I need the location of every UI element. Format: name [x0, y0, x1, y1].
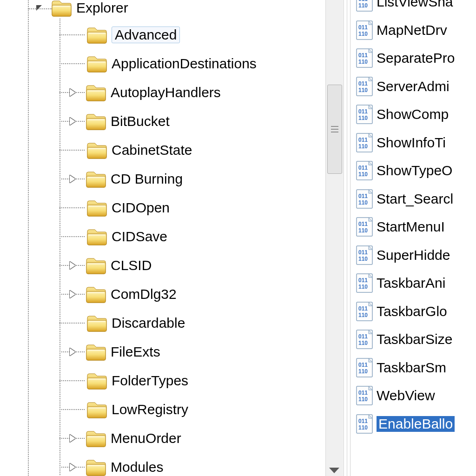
tree-node[interactable]: ComDlg32 [70, 283, 177, 306]
dword-icon [355, 217, 374, 237]
registry-value-row[interactable]: EnableBallo [355, 412, 455, 436]
registry-value-row[interactable]: TaskbarSm [355, 356, 446, 380]
registry-value-row[interactable]: TaskbarSize [355, 327, 452, 351]
registry-value-name: StartMenuI [377, 219, 445, 235]
tree-node-explorer[interactable]: Explorer [36, 0, 128, 20]
registry-value-row[interactable]: TaskbarAni [355, 271, 445, 295]
expander-closed-icon[interactable] [70, 175, 75, 183]
folder-icon [86, 314, 107, 332]
expander-closed-icon[interactable] [70, 291, 75, 298]
dword-icon [355, 48, 374, 68]
tree-node[interactable]: LowRegistry [70, 398, 188, 421]
dword-icon [355, 189, 374, 209]
registry-value-name: TaskbarSize [377, 331, 452, 347]
folder-icon [86, 141, 107, 159]
tree-node-label: Discardable [112, 315, 185, 331]
tree-node[interactable]: FolderTypes [70, 369, 188, 392]
dword-icon [355, 357, 374, 378]
tree-node[interactable]: CabinetState [70, 139, 192, 162]
tree-node-label: ComDlg32 [111, 286, 177, 302]
dword-icon [355, 329, 374, 350]
tree-node-label: CIDSave [112, 229, 167, 245]
registry-value-row[interactable]: ServerAdmi [355, 74, 450, 99]
folder-icon [51, 0, 72, 17]
registry-value-row[interactable]: MapNetDrv [355, 18, 447, 42]
tree-node[interactable]: CLSID [70, 254, 152, 277]
registry-value-row[interactable]: ShowComp [355, 102, 449, 126]
tree-node-label: CIDOpen [112, 200, 170, 216]
tree-node-label: Modules [111, 459, 163, 475]
tree-node[interactable]: Discardable [70, 311, 185, 335]
expander-closed-icon[interactable] [70, 348, 75, 356]
registry-value-name: TaskbarGlo [377, 304, 447, 319]
pane-divider[interactable] [347, 0, 350, 476]
registry-value-name: ShowComp [377, 106, 449, 122]
expander-closed-icon[interactable] [70, 89, 75, 96]
tree-node[interactable]: MenuOrder [70, 427, 181, 450]
folder-icon [86, 228, 107, 245]
tree-node-label: AutoplayHandlers [111, 85, 221, 100]
tree-scrollbar[interactable] [325, 0, 344, 476]
scrollbar-thumb[interactable] [327, 85, 342, 174]
folder-icon [86, 401, 107, 418]
tree-node-label: Advanced [112, 26, 180, 43]
expander-closed-icon[interactable] [70, 262, 75, 269]
tree-node-label: CLSID [111, 258, 152, 273]
folder-icon [86, 430, 106, 447]
registry-value-name: SuperHidde [377, 247, 450, 263]
folder-icon [86, 285, 106, 303]
dword-icon [355, 104, 374, 125]
tree-node-label: FileExts [111, 344, 160, 360]
folder-icon [86, 372, 107, 390]
tree-node[interactable]: ApplicationDestinations [70, 52, 257, 75]
expander-closed-icon[interactable] [70, 118, 75, 125]
tree-node-label: ApplicationDestinations [112, 56, 257, 72]
registry-value-row[interactable]: WebView [355, 383, 435, 408]
registry-value-row[interactable]: ShowTypeO [355, 159, 452, 183]
tree-node-label: BitBucket [111, 113, 170, 129]
dword-icon [355, 0, 374, 12]
registry-value-row[interactable]: SeparatePro [355, 46, 455, 70]
registry-value-name: ShowInfoTi [377, 135, 446, 151]
tree-node[interactable]: Advanced [70, 23, 180, 46]
registry-value-name: TaskbarAni [377, 275, 445, 291]
registry-value-row[interactable]: TaskbarGlo [355, 299, 447, 324]
tree-node-label: MenuOrder [111, 430, 181, 446]
tree-node-label: LowRegistry [112, 402, 188, 417]
registry-editor-view: Explorer AdvancedApplicationDestinations… [0, 0, 476, 476]
tree-node[interactable]: BitBucket [70, 110, 170, 133]
registry-value-row[interactable]: StartMenuI [355, 215, 445, 239]
tree-node[interactable]: CIDSave [70, 225, 167, 248]
dword-icon [355, 273, 374, 293]
tree-node[interactable]: CIDOpen [70, 196, 170, 219]
registry-value-name: SeparatePro [377, 50, 455, 66]
folder-icon [86, 84, 106, 101]
tree-pane: Explorer AdvancedApplicationDestinations… [0, 0, 351, 476]
registry-value-name: ShowTypeO [377, 163, 452, 178]
folder-icon [86, 458, 106, 476]
folder-icon [86, 343, 106, 361]
expander-closed-icon[interactable] [70, 435, 75, 442]
tree-node[interactable]: AutoplayHandlers [70, 81, 221, 104]
registry-value-row[interactable]: Start_Searcl [355, 187, 453, 211]
registry-value-name: MapNetDrv [377, 22, 447, 38]
dword-icon [355, 20, 374, 40]
registry-value-row[interactable]: ListViewSha [355, 0, 453, 14]
scrollbar-down-arrow-icon[interactable] [329, 468, 339, 473]
tree-node[interactable]: CD Burning [70, 167, 183, 191]
dword-icon [355, 385, 374, 406]
folder-icon [86, 257, 106, 274]
dword-icon [355, 414, 374, 434]
expander-open-icon[interactable] [36, 5, 42, 11]
expander-closed-icon[interactable] [70, 463, 75, 471]
registry-value-row[interactable]: SuperHidde [355, 243, 450, 267]
folder-icon [86, 55, 107, 73]
folder-icon [86, 199, 107, 217]
tree-node-label: CD Burning [111, 171, 183, 187]
tree-node[interactable]: FileExts [70, 340, 160, 364]
dword-icon [355, 301, 374, 322]
registry-value-row[interactable]: ShowInfoTi [355, 131, 446, 155]
tree-node[interactable]: Modules [70, 456, 163, 476]
registry-value-name: ServerAdmi [377, 79, 450, 94]
dword-icon [355, 245, 374, 265]
